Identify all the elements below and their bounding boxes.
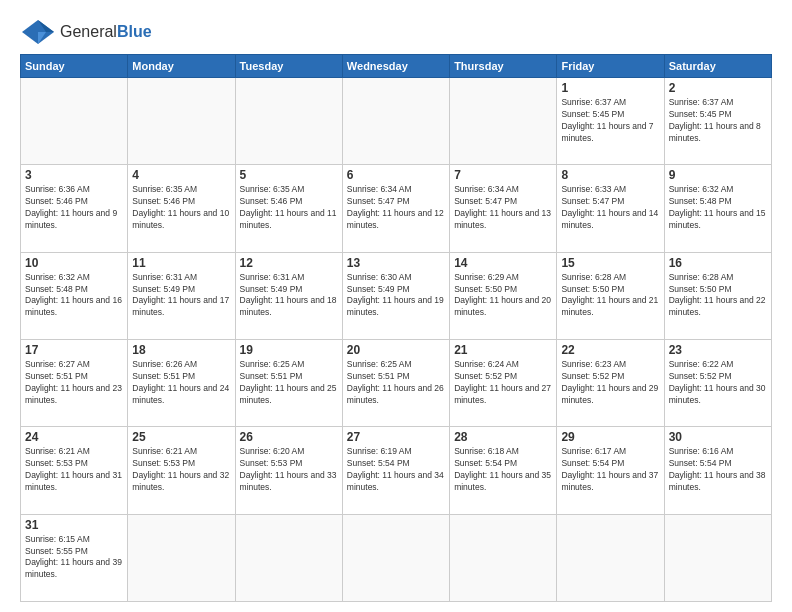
day-number: 24: [25, 430, 123, 444]
day-info: Sunrise: 6:36 AMSunset: 5:46 PMDaylight:…: [25, 184, 123, 232]
calendar-cell: 10Sunrise: 6:32 AMSunset: 5:48 PMDayligh…: [21, 252, 128, 339]
day-info: Sunrise: 6:34 AMSunset: 5:47 PMDaylight:…: [454, 184, 552, 232]
logo-text: GeneralBlue: [60, 23, 152, 41]
day-info: Sunrise: 6:33 AMSunset: 5:47 PMDaylight:…: [561, 184, 659, 232]
calendar-cell: 26Sunrise: 6:20 AMSunset: 5:53 PMDayligh…: [235, 427, 342, 514]
day-info: Sunrise: 6:35 AMSunset: 5:46 PMDaylight:…: [132, 184, 230, 232]
weekday-header-row: SundayMondayTuesdayWednesdayThursdayFrid…: [21, 55, 772, 78]
day-number: 17: [25, 343, 123, 357]
calendar-cell: [450, 78, 557, 165]
calendar-cell: 27Sunrise: 6:19 AMSunset: 5:54 PMDayligh…: [342, 427, 449, 514]
day-info: Sunrise: 6:24 AMSunset: 5:52 PMDaylight:…: [454, 359, 552, 407]
day-info: Sunrise: 6:20 AMSunset: 5:53 PMDaylight:…: [240, 446, 338, 494]
day-info: Sunrise: 6:18 AMSunset: 5:54 PMDaylight:…: [454, 446, 552, 494]
calendar-cell: 12Sunrise: 6:31 AMSunset: 5:49 PMDayligh…: [235, 252, 342, 339]
calendar-cell: 31Sunrise: 6:15 AMSunset: 5:55 PMDayligh…: [21, 514, 128, 601]
calendar-cell: [450, 514, 557, 601]
day-number: 10: [25, 256, 123, 270]
weekday-friday: Friday: [557, 55, 664, 78]
day-number: 19: [240, 343, 338, 357]
day-info: Sunrise: 6:26 AMSunset: 5:51 PMDaylight:…: [132, 359, 230, 407]
calendar-cell: 25Sunrise: 6:21 AMSunset: 5:53 PMDayligh…: [128, 427, 235, 514]
day-number: 27: [347, 430, 445, 444]
day-number: 18: [132, 343, 230, 357]
day-info: Sunrise: 6:37 AMSunset: 5:45 PMDaylight:…: [669, 97, 767, 145]
calendar-cell: 21Sunrise: 6:24 AMSunset: 5:52 PMDayligh…: [450, 339, 557, 426]
calendar-cell: 11Sunrise: 6:31 AMSunset: 5:49 PMDayligh…: [128, 252, 235, 339]
calendar-cell: 29Sunrise: 6:17 AMSunset: 5:54 PMDayligh…: [557, 427, 664, 514]
day-info: Sunrise: 6:27 AMSunset: 5:51 PMDaylight:…: [25, 359, 123, 407]
day-info: Sunrise: 6:22 AMSunset: 5:52 PMDaylight:…: [669, 359, 767, 407]
day-info: Sunrise: 6:21 AMSunset: 5:53 PMDaylight:…: [25, 446, 123, 494]
calendar-cell: 2Sunrise: 6:37 AMSunset: 5:45 PMDaylight…: [664, 78, 771, 165]
day-info: Sunrise: 6:25 AMSunset: 5:51 PMDaylight:…: [347, 359, 445, 407]
day-number: 30: [669, 430, 767, 444]
day-info: Sunrise: 6:25 AMSunset: 5:51 PMDaylight:…: [240, 359, 338, 407]
day-number: 6: [347, 168, 445, 182]
calendar-cell: 20Sunrise: 6:25 AMSunset: 5:51 PMDayligh…: [342, 339, 449, 426]
calendar-cell: 15Sunrise: 6:28 AMSunset: 5:50 PMDayligh…: [557, 252, 664, 339]
calendar-cell: [235, 514, 342, 601]
week-row-3: 10Sunrise: 6:32 AMSunset: 5:48 PMDayligh…: [21, 252, 772, 339]
calendar-cell: 23Sunrise: 6:22 AMSunset: 5:52 PMDayligh…: [664, 339, 771, 426]
day-info: Sunrise: 6:32 AMSunset: 5:48 PMDaylight:…: [669, 184, 767, 232]
logo: GeneralBlue: [20, 18, 152, 46]
day-number: 29: [561, 430, 659, 444]
day-number: 8: [561, 168, 659, 182]
day-number: 12: [240, 256, 338, 270]
page-header: GeneralBlue: [20, 18, 772, 46]
day-number: 16: [669, 256, 767, 270]
calendar-cell: 14Sunrise: 6:29 AMSunset: 5:50 PMDayligh…: [450, 252, 557, 339]
day-number: 26: [240, 430, 338, 444]
weekday-sunday: Sunday: [21, 55, 128, 78]
day-info: Sunrise: 6:19 AMSunset: 5:54 PMDaylight:…: [347, 446, 445, 494]
day-number: 3: [25, 168, 123, 182]
day-number: 1: [561, 81, 659, 95]
day-info: Sunrise: 6:28 AMSunset: 5:50 PMDaylight:…: [669, 272, 767, 320]
day-info: Sunrise: 6:31 AMSunset: 5:49 PMDaylight:…: [240, 272, 338, 320]
day-number: 15: [561, 256, 659, 270]
calendar-cell: [342, 78, 449, 165]
calendar-cell: 18Sunrise: 6:26 AMSunset: 5:51 PMDayligh…: [128, 339, 235, 426]
calendar-cell: 7Sunrise: 6:34 AMSunset: 5:47 PMDaylight…: [450, 165, 557, 252]
day-number: 4: [132, 168, 230, 182]
day-number: 5: [240, 168, 338, 182]
day-info: Sunrise: 6:29 AMSunset: 5:50 PMDaylight:…: [454, 272, 552, 320]
calendar-cell: 13Sunrise: 6:30 AMSunset: 5:49 PMDayligh…: [342, 252, 449, 339]
day-number: 20: [347, 343, 445, 357]
weekday-saturday: Saturday: [664, 55, 771, 78]
calendar: SundayMondayTuesdayWednesdayThursdayFrid…: [20, 54, 772, 602]
logo-icon: [20, 18, 56, 46]
calendar-cell: 24Sunrise: 6:21 AMSunset: 5:53 PMDayligh…: [21, 427, 128, 514]
week-row-4: 17Sunrise: 6:27 AMSunset: 5:51 PMDayligh…: [21, 339, 772, 426]
day-number: 13: [347, 256, 445, 270]
week-row-5: 24Sunrise: 6:21 AMSunset: 5:53 PMDayligh…: [21, 427, 772, 514]
calendar-cell: [557, 514, 664, 601]
calendar-cell: 8Sunrise: 6:33 AMSunset: 5:47 PMDaylight…: [557, 165, 664, 252]
day-number: 21: [454, 343, 552, 357]
calendar-cell: 1Sunrise: 6:37 AMSunset: 5:45 PMDaylight…: [557, 78, 664, 165]
calendar-cell: 3Sunrise: 6:36 AMSunset: 5:46 PMDaylight…: [21, 165, 128, 252]
day-number: 31: [25, 518, 123, 532]
day-info: Sunrise: 6:37 AMSunset: 5:45 PMDaylight:…: [561, 97, 659, 145]
day-number: 2: [669, 81, 767, 95]
calendar-cell: 6Sunrise: 6:34 AMSunset: 5:47 PMDaylight…: [342, 165, 449, 252]
day-number: 23: [669, 343, 767, 357]
calendar-cell: [664, 514, 771, 601]
day-info: Sunrise: 6:30 AMSunset: 5:49 PMDaylight:…: [347, 272, 445, 320]
day-number: 28: [454, 430, 552, 444]
week-row-1: 1Sunrise: 6:37 AMSunset: 5:45 PMDaylight…: [21, 78, 772, 165]
weekday-wednesday: Wednesday: [342, 55, 449, 78]
calendar-cell: [235, 78, 342, 165]
calendar-cell: [128, 514, 235, 601]
day-number: 7: [454, 168, 552, 182]
calendar-cell: 22Sunrise: 6:23 AMSunset: 5:52 PMDayligh…: [557, 339, 664, 426]
weekday-thursday: Thursday: [450, 55, 557, 78]
week-row-6: 31Sunrise: 6:15 AMSunset: 5:55 PMDayligh…: [21, 514, 772, 601]
calendar-cell: [342, 514, 449, 601]
day-info: Sunrise: 6:17 AMSunset: 5:54 PMDaylight:…: [561, 446, 659, 494]
calendar-cell: 17Sunrise: 6:27 AMSunset: 5:51 PMDayligh…: [21, 339, 128, 426]
day-info: Sunrise: 6:31 AMSunset: 5:49 PMDaylight:…: [132, 272, 230, 320]
calendar-cell: 19Sunrise: 6:25 AMSunset: 5:51 PMDayligh…: [235, 339, 342, 426]
calendar-cell: 4Sunrise: 6:35 AMSunset: 5:46 PMDaylight…: [128, 165, 235, 252]
